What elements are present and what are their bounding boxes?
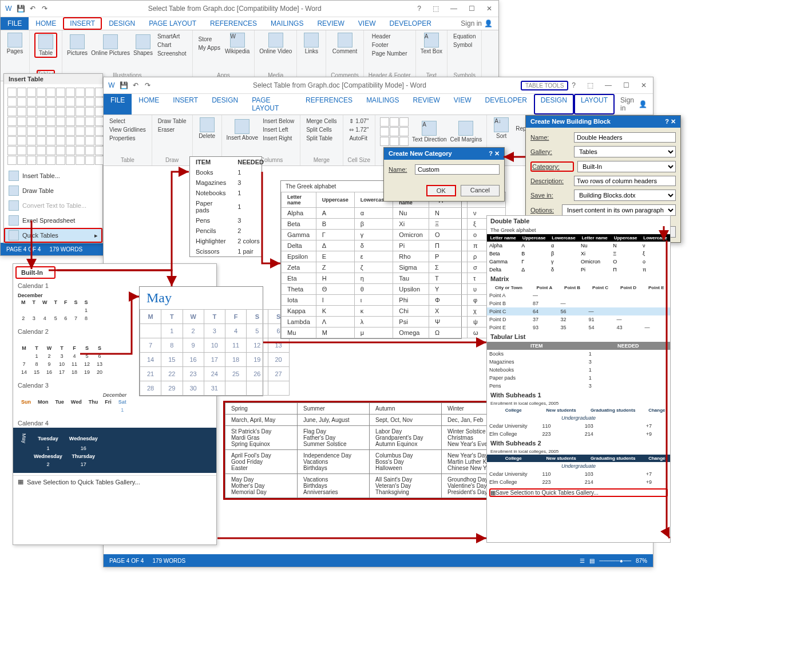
tab-review[interactable]: REVIEW xyxy=(406,94,446,115)
symbol-button[interactable]: Symbol xyxy=(452,41,477,49)
chart-button[interactable]: Chart xyxy=(156,41,188,49)
tab-home[interactable]: HOME xyxy=(29,17,63,30)
tab-file[interactable]: FILE xyxy=(104,94,132,115)
tab-design[interactable]: DESIGN xyxy=(102,17,142,30)
merge-cells-button[interactable]: Merge Cells xyxy=(305,117,338,125)
smartart-button[interactable]: SmartArt xyxy=(156,33,188,40)
ribbon-toggle-icon[interactable]: ⬚ xyxy=(429,5,442,13)
tab-home[interactable]: HOME xyxy=(132,94,166,115)
properties-button[interactable]: Properties xyxy=(108,135,147,142)
store-button[interactable]: Store xyxy=(197,35,221,43)
tab-references[interactable]: REFERENCES xyxy=(299,94,359,115)
header-button[interactable]: Header xyxy=(371,33,409,40)
help-icon[interactable]: ? xyxy=(414,5,425,13)
split-cells-button[interactable]: Split Cells xyxy=(305,126,338,133)
category-select[interactable]: Built-In xyxy=(577,161,676,172)
tab-mailings[interactable]: MAILINGS xyxy=(264,17,310,30)
preview-save-selection[interactable]: ▦Save Selection to Quick Tables Gallery.… xyxy=(489,488,668,497)
name-input[interactable] xyxy=(415,164,500,175)
preview-subheads1[interactable]: With Subheads 1 xyxy=(487,390,670,400)
tab-page-layout[interactable]: PAGE LAYOUT xyxy=(245,94,299,115)
tab-developer[interactable]: DEVELOPER xyxy=(382,17,438,30)
equation-button[interactable]: Equation xyxy=(452,33,477,40)
tab-developer[interactable]: DEVELOPER xyxy=(478,94,534,115)
close-icon[interactable]: ✕ xyxy=(494,150,500,157)
insert-left-button[interactable]: Insert Left xyxy=(262,126,295,133)
help-icon[interactable]: ? xyxy=(665,118,669,125)
table-size-grid[interactable] xyxy=(4,84,102,168)
sign-in[interactable]: Sign in👤 xyxy=(615,94,653,115)
online-pictures-button[interactable]: Online Pictures xyxy=(91,34,130,56)
help-icon[interactable]: ? xyxy=(568,81,579,89)
select-button[interactable]: Select xyxy=(108,117,147,125)
online-video-button[interactable]: Online Video xyxy=(259,33,292,54)
tab-design[interactable]: DESIGN xyxy=(205,94,245,115)
insert-right-button[interactable]: Insert Right xyxy=(262,135,295,142)
insert-above-button[interactable]: Insert Above xyxy=(227,119,259,141)
height-spinner[interactable]: ⇕ 1.07" xyxy=(348,117,370,125)
close-icon[interactable]: ✕ xyxy=(483,5,496,13)
zoom-level[interactable]: 87% xyxy=(636,558,647,564)
gallery-item-cal4[interactable]: Calendar 4 xyxy=(13,419,216,428)
preview-subheads2[interactable]: With Subheads 2 xyxy=(487,438,670,448)
view-icon[interactable]: ▤ xyxy=(589,558,595,564)
menu-excel-spreadsheet[interactable]: Excel Spreadsheet xyxy=(4,213,102,228)
my-apps-button[interactable]: My Apps xyxy=(197,44,221,52)
ribbon-toggle-icon[interactable]: ⬚ xyxy=(584,81,597,89)
draw-table-button[interactable]: Draw Table xyxy=(157,117,188,125)
view-icon[interactable]: ☰ xyxy=(580,558,585,564)
name-input[interactable] xyxy=(574,132,676,143)
sort-button[interactable]: A↓Sort xyxy=(492,117,511,139)
menu-quick-tables[interactable]: Quick Tables▸ xyxy=(4,228,102,243)
text-direction-button[interactable]: AText Direction xyxy=(412,121,447,143)
redo-icon[interactable]: ↷ xyxy=(142,80,153,90)
maximize-icon[interactable]: ☐ xyxy=(620,81,633,89)
savein-select[interactable]: Building Blocks.dotx xyxy=(574,190,676,201)
tab-tabletools-design[interactable]: DESIGN xyxy=(534,94,574,115)
menu-insert-table[interactable]: Insert Table... xyxy=(4,168,102,183)
gallery-select[interactable]: Tables xyxy=(574,146,676,157)
save-icon[interactable]: 💾 xyxy=(118,80,129,90)
tab-view[interactable]: VIEW xyxy=(351,17,383,30)
shapes-button[interactable]: Shapes xyxy=(133,34,153,56)
options-select[interactable]: Insert content in its own paragraph xyxy=(562,204,676,216)
gallery-save-selection[interactable]: ▦Save Selection to Quick Tables Gallery.… xyxy=(13,475,216,488)
view-gridlines-button[interactable]: View Gridlines xyxy=(108,126,147,133)
minimize-icon[interactable]: — xyxy=(447,5,461,13)
undo-icon[interactable]: ↶ xyxy=(130,80,141,90)
comment-button[interactable]: Comment xyxy=(332,33,357,54)
wikipedia-button[interactable]: WWikipedia xyxy=(225,33,249,54)
alignment-grid[interactable] xyxy=(380,117,409,146)
tab-page-layout[interactable]: PAGE LAYOUT xyxy=(142,17,203,30)
close-icon[interactable]: ✕ xyxy=(637,81,650,89)
ok-button[interactable]: OK xyxy=(426,185,456,196)
page-number-button[interactable]: Page Number xyxy=(371,50,409,57)
help-icon[interactable]: ? xyxy=(489,150,493,157)
tab-review[interactable]: REVIEW xyxy=(310,17,351,30)
description-input[interactable] xyxy=(574,176,676,186)
preview-tabular[interactable]: Tabular List xyxy=(487,332,670,342)
cancel-button[interactable]: Cancel xyxy=(461,185,500,196)
tab-mailings[interactable]: MAILINGS xyxy=(359,94,406,115)
split-table-button[interactable]: Split Table xyxy=(305,135,338,142)
links-button[interactable]: Links xyxy=(302,33,321,54)
width-spinner[interactable]: ⇔ 1.72" xyxy=(348,126,370,133)
zoom-slider[interactable]: ─────●── xyxy=(599,558,631,564)
save-icon[interactable]: 💾 xyxy=(15,3,26,14)
redo-icon[interactable]: ↷ xyxy=(39,3,50,14)
eraser-button[interactable]: Eraser xyxy=(157,126,188,133)
tab-references[interactable]: REFERENCES xyxy=(203,17,264,30)
maximize-icon[interactable]: ☐ xyxy=(465,5,478,13)
calendar4-preview[interactable]: MayTuesdayWednesday 116 WednesdayThursda… xyxy=(13,428,216,473)
preview-matrix[interactable]: Matrix xyxy=(487,274,670,284)
text-box-button[interactable]: AText Box xyxy=(421,33,442,54)
undo-icon[interactable]: ↶ xyxy=(27,3,38,14)
delete-button[interactable]: Delete xyxy=(197,117,217,139)
close-icon[interactable]: ✕ xyxy=(671,118,676,125)
autofit-button[interactable]: AutoFit xyxy=(348,135,370,142)
screenshot-button[interactable]: Screenshot xyxy=(156,50,188,57)
preview-double-table[interactable]: Double Table xyxy=(487,216,670,226)
tab-view[interactable]: VIEW xyxy=(447,94,478,115)
pictures-button[interactable]: Pictures xyxy=(67,34,88,56)
tab-file[interactable]: FILE xyxy=(1,17,29,30)
